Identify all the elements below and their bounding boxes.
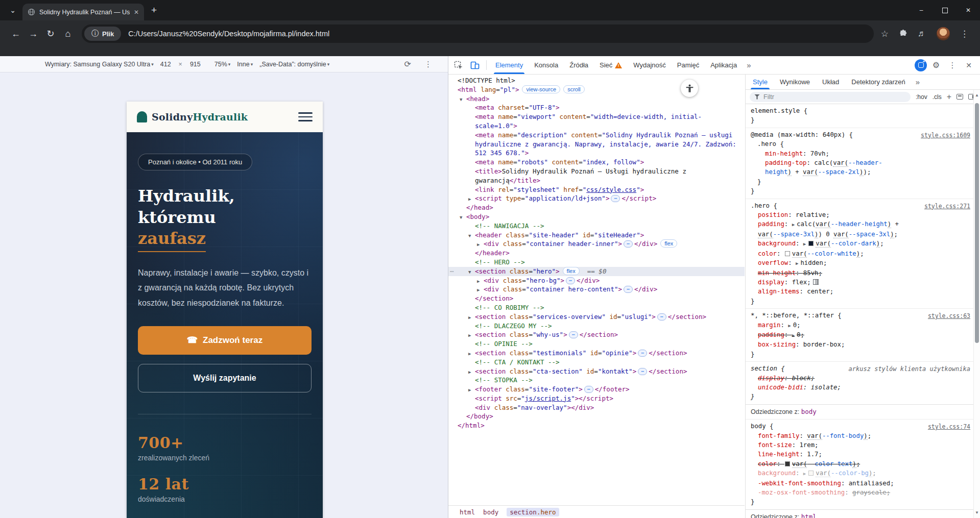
css-rule-close[interactable]: } bbox=[750, 186, 969, 195]
dom-tree-line[interactable]: <!-- CO ROBIMY --> bbox=[448, 303, 745, 312]
flex-editor-icon[interactable] bbox=[813, 279, 819, 285]
call-now-button[interactable]: ☎ Zadzwoń teraz bbox=[138, 326, 312, 355]
css-rule-close[interactable]: } bbox=[750, 297, 969, 306]
site-info-chip[interactable]: ⓘ Plik bbox=[84, 27, 121, 41]
accessibility-icon[interactable] bbox=[681, 80, 698, 97]
dom-tree-line[interactable]: <!-- DLACZEGO MY --> bbox=[448, 322, 745, 331]
inherited-node-link[interactable]: html bbox=[801, 513, 817, 518]
throttling-select[interactable]: Inne ▾ bbox=[237, 61, 253, 68]
devtools-menu-icon[interactable]: ⋮ bbox=[945, 61, 960, 70]
css-selector[interactable]: *, *::before, *::after { bbox=[750, 311, 969, 320]
dom-tree-line[interactable]: <meta name="robots" content="index, foll… bbox=[448, 158, 745, 167]
dom-tree-line[interactable]: <title>Solidny Hydraulik Poznań — Usługi… bbox=[448, 167, 745, 185]
css-declaration[interactable]: -moz-osx-font-smoothing: grayscale; bbox=[750, 488, 969, 497]
dom-tree-line[interactable]: <html lang="pl">view-sourcescroll bbox=[448, 85, 745, 94]
css-selector[interactable]: .hero { bbox=[750, 201, 969, 210]
dom-tree-line[interactable]: <script src="js/script.js"></script> bbox=[448, 394, 745, 403]
breadcrumb-body[interactable]: body bbox=[483, 508, 498, 516]
css-declaration[interactable]: min-height: 85vh; bbox=[750, 268, 969, 278]
dom-tree-line[interactable]: ▼⋯<section class="hero">flex == $0 bbox=[448, 267, 745, 276]
site-logo[interactable]: SolidnyHydraulik bbox=[137, 111, 248, 122]
styles-filter-input[interactable]: Filtr bbox=[750, 92, 911, 102]
dom-tree-line[interactable]: </section> bbox=[448, 294, 745, 303]
breadcrumb-html[interactable]: html bbox=[460, 508, 475, 516]
css-declaration[interactable]: line-height: 1.7; bbox=[750, 450, 969, 459]
css-declaration[interactable]: padding: ▶0; bbox=[750, 330, 969, 340]
tab-memory[interactable]: Pamięć bbox=[672, 56, 705, 74]
new-tab-button[interactable]: + bbox=[151, 5, 157, 16]
toggle-hover-state-button[interactable]: :hov bbox=[916, 93, 927, 101]
css-declaration[interactable]: position: relative; bbox=[750, 210, 969, 219]
reload-button[interactable]: ↻ bbox=[42, 25, 59, 42]
dom-tree-line[interactable]: <meta charset="UTF-8"> bbox=[448, 103, 745, 112]
css-declaration[interactable]: unicode-bidi: isolate; bbox=[750, 383, 969, 392]
css-declaration[interactable]: color: var(--color-white); bbox=[750, 249, 969, 258]
dom-tree-line[interactable]: </html> bbox=[448, 421, 745, 430]
css-declaration[interactable]: -webkit-font-smoothing: antialiased; bbox=[750, 479, 969, 488]
save-data-select[interactable]: „Save-Data”: domyślnie ▾ bbox=[259, 61, 329, 68]
tab-application[interactable]: Aplikacja bbox=[705, 56, 743, 74]
css-selector[interactable]: @media (max-width: 640px) { bbox=[750, 130, 969, 139]
close-window-button[interactable]: ✕ bbox=[957, 0, 980, 20]
more-style-tabs-icon[interactable]: » bbox=[912, 75, 924, 89]
inspect-element-icon[interactable] bbox=[450, 56, 467, 74]
send-inquiry-button[interactable]: Wyślij zapytanie bbox=[138, 364, 312, 392]
css-selector[interactable]: section { bbox=[750, 364, 969, 373]
address-bar[interactable]: ⓘ Plik C:/Users/Janusz%20Sendyk/Desktop/… bbox=[82, 24, 874, 43]
css-declaration[interactable]: background: ▶var(--color-bg); bbox=[750, 468, 969, 478]
dom-tree-line[interactable]: <!-- HERO --> bbox=[448, 258, 745, 267]
styles-scrollbar[interactable]: ▲ ▼ bbox=[973, 90, 980, 518]
tab-sources[interactable]: Źródła bbox=[564, 56, 594, 74]
css-declaration[interactable]: display: block; bbox=[750, 374, 969, 383]
new-style-rule-icon[interactable]: + bbox=[947, 92, 951, 102]
dom-tree-line[interactable]: ▼<body> bbox=[448, 212, 745, 221]
dom-tree-line[interactable]: ▼<head> bbox=[448, 94, 745, 104]
css-selector[interactable]: .hero { bbox=[750, 139, 969, 149]
tab-elements[interactable]: Elementy bbox=[490, 56, 529, 74]
tab-computed[interactable]: Wynikowe bbox=[774, 75, 816, 89]
dom-tree-line[interactable]: ▼<header class="site-header" id="siteHea… bbox=[448, 231, 745, 240]
device-select[interactable]: Wymiary: Samsung Galaxy S20 Ultra ▾ bbox=[45, 61, 154, 68]
css-selector[interactable]: element.style { bbox=[750, 106, 969, 115]
dom-tree-line[interactable]: <link rel="stylesheet" href="css/style.c… bbox=[448, 185, 745, 194]
scroll-up-icon[interactable]: ▲ bbox=[974, 93, 980, 97]
tab-layout[interactable]: Układ bbox=[816, 75, 845, 89]
dom-tree-line[interactable]: </body> bbox=[448, 412, 745, 421]
settings-gear-icon[interactable]: ⚙ bbox=[929, 60, 943, 70]
css-declaration[interactable]: padding: ▶calc(var(--header-height) + va… bbox=[750, 219, 969, 239]
css-rule-close[interactable]: } bbox=[750, 392, 969, 401]
breadcrumb-section-hero[interactable]: section.hero bbox=[507, 508, 559, 516]
hamburger-menu-icon[interactable] bbox=[298, 112, 313, 121]
scroll-down-icon[interactable]: ▼ bbox=[974, 510, 980, 515]
devtools-close-icon[interactable]: ✕ bbox=[962, 61, 976, 69]
device-toolbar-toggle-icon[interactable] bbox=[467, 56, 483, 74]
dom-tree-line[interactable]: <meta name="description" content="Solidn… bbox=[448, 131, 745, 158]
dom-tree-line[interactable]: ▶<div class="hero-bg">⋯</div> bbox=[448, 276, 745, 285]
toggle-class-button[interactable]: .cls bbox=[933, 93, 942, 101]
css-declaration[interactable]: background: ▶var(--color-dark); bbox=[750, 239, 969, 249]
ai-assistant-icon[interactable] bbox=[915, 59, 927, 71]
rendering-emulation-icon[interactable] bbox=[957, 94, 963, 100]
css-declaration[interactable]: padding-top: calc(var(--header-height) +… bbox=[750, 158, 969, 177]
tab-network[interactable]: Sieć bbox=[594, 56, 628, 74]
dom-tree-line[interactable]: <!DOCTYPE html> bbox=[448, 76, 745, 85]
extensions-puzzle-icon[interactable] bbox=[899, 30, 907, 38]
back-button[interactable]: ← bbox=[7, 25, 25, 42]
css-declaration[interactable]: min-height: 70vh; bbox=[750, 149, 969, 158]
inherited-node-link[interactable]: body bbox=[801, 408, 817, 415]
dom-tree-line[interactable]: ▶<section class="why-us">⋯</section> bbox=[448, 330, 745, 339]
css-declaration[interactable]: overflow: ▶hidden; bbox=[750, 258, 969, 268]
css-rule-close[interactable]: } bbox=[750, 497, 969, 506]
tab-performance[interactable]: Wydajność bbox=[628, 56, 671, 74]
maximize-button[interactable] bbox=[933, 0, 957, 20]
home-button[interactable]: ⌂ bbox=[59, 25, 77, 42]
css-declaration[interactable]: font-size: 1rem; bbox=[750, 440, 969, 450]
browser-tab[interactable]: Solidny Hydraulik Poznań — Usł ✕ bbox=[22, 4, 144, 20]
dom-tree-line[interactable]: <!-- NAWIGACJA --> bbox=[448, 221, 745, 231]
device-toolbar-menu-icon[interactable]: ⋮ bbox=[424, 60, 433, 69]
tab-search-icon[interactable]: ⌄ bbox=[4, 3, 21, 17]
dom-tree-line[interactable]: <!-- STOPKA --> bbox=[448, 376, 745, 385]
media-controls-icon[interactable]: ♬ bbox=[918, 29, 926, 39]
more-tabs-icon[interactable]: » bbox=[743, 56, 755, 74]
css-declaration[interactable]: display: flex; bbox=[750, 278, 969, 287]
